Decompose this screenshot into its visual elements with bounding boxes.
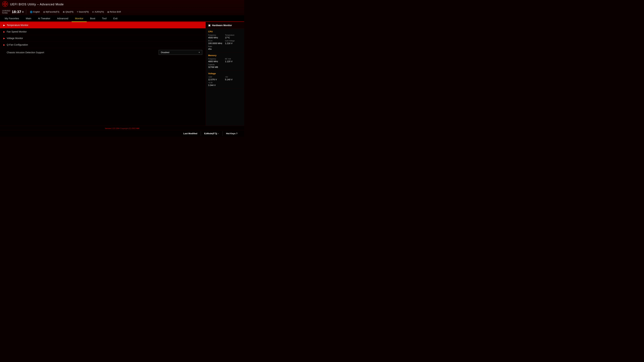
day-display: Sunday (2, 12, 8, 14)
hw-cpu-frequency-label: Frequency (208, 34, 225, 36)
hw-memory-row-2: Capacity 32768 MB (208, 64, 242, 68)
toolbar-divider-1 (26, 9, 26, 14)
qfan-label: Qfan(F6) (66, 11, 74, 13)
nav-advanced[interactable]: Advanced (54, 15, 72, 21)
hw-cpu-corevolt-col: Core Voltage 1.216 V (225, 40, 242, 44)
hw-cpu-row-3: Ratio 45x (208, 45, 242, 50)
hw-section-memory: Memory Frequency 4800 MHz MC Volt 1.120 … (206, 52, 244, 70)
footer-buttons-bar: Last Modified EzMode(F7)|→ Hot Keys ? (0, 130, 244, 137)
toolbar-myfavorites[interactable]: ⊟ MyFavorite(F3) (42, 10, 61, 13)
hw-cpu-ratio-value: 45x (208, 48, 242, 50)
nav-exit[interactable]: Exit (110, 15, 121, 21)
nav-ai-tweaker[interactable]: Ai Tweaker (34, 15, 54, 21)
footer-buttons: Last Modified EzMode(F7)|→ Hot Keys ? (180, 131, 241, 136)
hw-cpu-frequency-value: 4500 MHz (208, 36, 225, 39)
nav-tool[interactable]: Tool (98, 15, 110, 21)
hw-cpu-bclk-col: BCLK 100.0000 MHz (208, 40, 225, 44)
hw-cpu-title: CPU (208, 30, 242, 33)
qfan-config-label: Q-Fan Configuration (7, 43, 28, 46)
chassis-intrusion-row: Chassis Intrusion Detection Support Disa… (0, 48, 206, 57)
hw-5v-col: +5V 5.140 V (225, 76, 242, 81)
footer-ezmode-btn[interactable]: EzMode(F7)|→ (201, 131, 223, 136)
english-label: English (33, 11, 40, 13)
resizebar-icon: ⊞ (107, 11, 109, 13)
ezmode-label: EzMode(F7)|→ (204, 132, 219, 135)
hw-cpu-corevolt-label: Core Voltage (225, 40, 242, 42)
hw-5v-label: +5V (225, 76, 242, 78)
hw-memory-mcvolt-label: MC Volt (225, 58, 242, 60)
hw-memory-mcvolt-value: 1.120 V (225, 60, 242, 63)
nav-main[interactable]: Main (22, 15, 35, 21)
hw-33v-value: 3.344 V (208, 84, 242, 86)
settings-gear-icon[interactable]: ⚙ (22, 10, 24, 13)
qfan-icon: ♻ (63, 11, 65, 13)
search-icon: ? (77, 11, 78, 13)
aura-icon: ✳ (92, 11, 94, 13)
menu-item-qfan-config[interactable]: ▶ Q-Fan Configuration (0, 41, 206, 48)
menu-list: ▶ Temperature Monitor ▶ Fan Speed Monito… (0, 22, 206, 129)
hw-monitor-title: Hardware Monitor (212, 24, 232, 27)
hw-12v-label: +12V (208, 76, 225, 78)
date-display: 12/25/2022 (2, 10, 10, 12)
myfavorites-label: MyFavorite(F3) (46, 11, 59, 13)
nav-my-favorites[interactable]: My Favorites (1, 15, 22, 21)
footer-hotkeys-btn[interactable]: Hot Keys ? (223, 131, 241, 136)
arrow-icon-fan: ▶ (3, 30, 5, 33)
hw-memory-title: Memory (208, 54, 242, 57)
footer-last-modified-btn[interactable]: Last Modified (180, 131, 201, 136)
main-nav: My Favorites Main Ai Tweaker Advanced Mo… (0, 15, 244, 22)
hw-cpu-row-1: Frequency 4500 MHz Temperature 17°C (208, 34, 242, 39)
hw-5v-value: 5.140 V (225, 78, 242, 81)
hw-section-voltage: Voltage +12V 12.076 V +5V 5.140 V +3.3V … (206, 70, 244, 89)
toolbar-search[interactable]: ? Search(F9) (75, 10, 90, 13)
toolbar-resizebar[interactable]: ⊞ ReSize BAR (106, 10, 123, 13)
hw-12v-value: 12.076 V (208, 78, 225, 81)
hw-monitor-icon: ▣ (208, 24, 211, 27)
hw-memory-capacity-col: Capacity 32768 MB (208, 64, 242, 68)
footer-version-bar: Version 2.22.1284 Copyright (C) 2022 AMI (0, 126, 244, 130)
nav-boot[interactable]: Boot (87, 15, 98, 21)
main-layout: ▶ Temperature Monitor ▶ Fan Speed Monito… (0, 22, 244, 137)
hw-12v-col: +12V 12.076 V (208, 76, 225, 81)
nav-monitor[interactable]: Monitor (72, 15, 87, 22)
menu-item-voltage-monitor[interactable]: ▶ Voltage Monitor (0, 35, 206, 41)
arrow-icon-temperature: ▶ (3, 24, 5, 26)
search-label: Search(F9) (79, 11, 89, 13)
chassis-intrusion-value: Disabled (161, 51, 170, 54)
arrow-icon-qfan: ▶ (3, 43, 5, 46)
hw-section-cpu: CPU Frequency 4500 MHz Temperature 17°C … (206, 29, 244, 52)
toolbar-qfan[interactable]: ♻ Qfan(F6) (61, 10, 75, 13)
favorites-icon: ⊟ (43, 11, 45, 13)
menu-item-fan-speed-monitor[interactable]: ▶ Fan Speed Monitor (0, 28, 206, 35)
hw-cpu-row-2: BCLK 100.0000 MHz Core Voltage 1.216 V (208, 40, 242, 44)
hw-monitor-header: ▣ Hardware Monitor (206, 22, 244, 29)
dropdown-arrow-icon: ▼ (198, 51, 200, 53)
hw-memory-frequency-label: Frequency (208, 58, 225, 60)
hw-memory-frequency-col: Frequency 4800 MHz (208, 58, 225, 63)
hw-cpu-ratio-label: Ratio (208, 45, 242, 47)
app-title: UEFI BIOS Utility – Advanced Mode (10, 3, 64, 6)
arrow-icon-voltage: ▶ (3, 37, 5, 39)
fan-speed-monitor-label: Fan Speed Monitor (7, 30, 27, 33)
hotkeys-label: Hot Keys ? (226, 132, 238, 135)
toolbar-aura[interactable]: ✳ AURA(F4) (90, 10, 106, 13)
hw-voltage-row-1: +12V 12.076 V +5V 5.140 V (208, 76, 242, 81)
globe-icon: 🌐 (30, 11, 32, 13)
hw-cpu-bclk-label: BCLK (208, 40, 225, 42)
hw-voltage-row-2: +3.3V 3.344 V (208, 82, 242, 86)
hw-memory-capacity-label: Capacity (208, 64, 242, 65)
hw-cpu-frequency-col: Frequency 4500 MHz (208, 34, 225, 39)
hw-memory-capacity-value: 32768 MB (208, 66, 242, 68)
hw-cpu-temperature-label: Temperature (225, 34, 242, 36)
menu-item-temperature-monitor[interactable]: ▶ Temperature Monitor (0, 22, 206, 28)
hw-cpu-corevolt-value: 1.216 V (225, 42, 242, 44)
voltage-monitor-label: Voltage Monitor (7, 37, 23, 39)
hw-33v-label: +3.3V (208, 82, 242, 84)
version-text: Version 2.22.1284 Copyright (C) 2022 AMI (105, 127, 140, 129)
svg-point-7 (4, 3, 6, 5)
aura-label: AURA(F4) (94, 11, 104, 13)
chassis-intrusion-dropdown[interactable]: Disabled ▼ (159, 50, 202, 55)
time-display: 18:37 ⚙ (12, 10, 24, 14)
toolbar-english[interactable]: 🌐 English (28, 10, 42, 13)
chassis-intrusion-label: Chassis Intrusion Detection Support (7, 51, 44, 54)
